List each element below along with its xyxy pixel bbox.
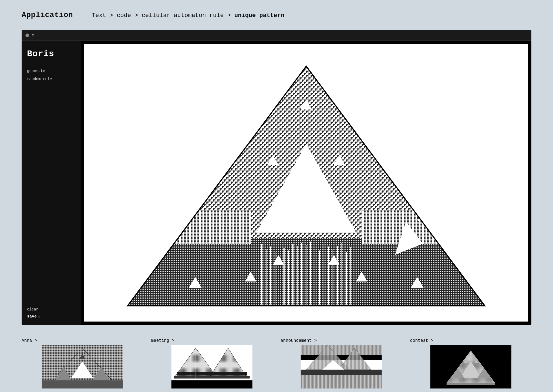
- breadcrumb: Text > code > cellular automaton rule > …: [92, 12, 284, 19]
- svg-rect-80: [171, 380, 252, 388]
- svg-rect-93: [301, 375, 382, 388]
- thumbnail-image-anna: [22, 345, 143, 388]
- random-rule-button[interactable]: random rule: [27, 75, 75, 83]
- sidebar: Boris generate random rule clear save: [22, 41, 81, 325]
- thumbnails-section: Anna >: [22, 338, 531, 388]
- svg-rect-72: [42, 380, 123, 388]
- clear-button[interactable]: clear: [27, 307, 75, 312]
- thumbnail-label-announcement: announcement >: [281, 338, 402, 343]
- gear-icon: ⚙: [32, 33, 34, 38]
- thumbnail-item-contest[interactable]: contest >: [410, 338, 532, 388]
- thumbnail-image-meeting: [151, 345, 273, 388]
- thumbnail-item-announcement[interactable]: announcement >: [281, 338, 402, 388]
- thumbnail-image-contest: [410, 345, 532, 388]
- thumbnail-item-anna[interactable]: Anna >: [22, 338, 143, 388]
- app-title: Application: [22, 11, 92, 19]
- app-window: ⚙ Boris generate random rule clear save: [22, 30, 531, 325]
- svg-rect-90: [301, 355, 382, 360]
- window-titlebar: ⚙: [22, 30, 531, 41]
- svg-rect-89: [301, 345, 382, 355]
- save-button[interactable]: save: [27, 314, 75, 319]
- thumbnail-item-meeting[interactable]: meeting >: [151, 338, 273, 388]
- cursor-icon: [38, 314, 40, 319]
- window-body: Boris generate random rule clear save: [22, 41, 531, 325]
- svg-rect-92: [301, 370, 382, 375]
- generate-button[interactable]: generate: [27, 67, 75, 75]
- window-circle-icon: [25, 33, 29, 37]
- thumbnail-label-contest: contest >: [410, 338, 532, 343]
- thumbnail-label-anna: Anna >: [22, 338, 143, 343]
- svg-rect-107: [446, 383, 495, 385]
- app-name: Boris: [27, 49, 75, 59]
- cellular-automaton-canvas: [84, 44, 528, 322]
- svg-rect-79: [174, 376, 249, 379]
- canvas-area: [81, 41, 531, 325]
- svg-rect-78: [177, 372, 247, 376]
- thumbnail-label-meeting: meeting >: [151, 338, 273, 343]
- canvas-inner: [84, 44, 528, 322]
- thumbnail-image-announcement: [281, 345, 402, 388]
